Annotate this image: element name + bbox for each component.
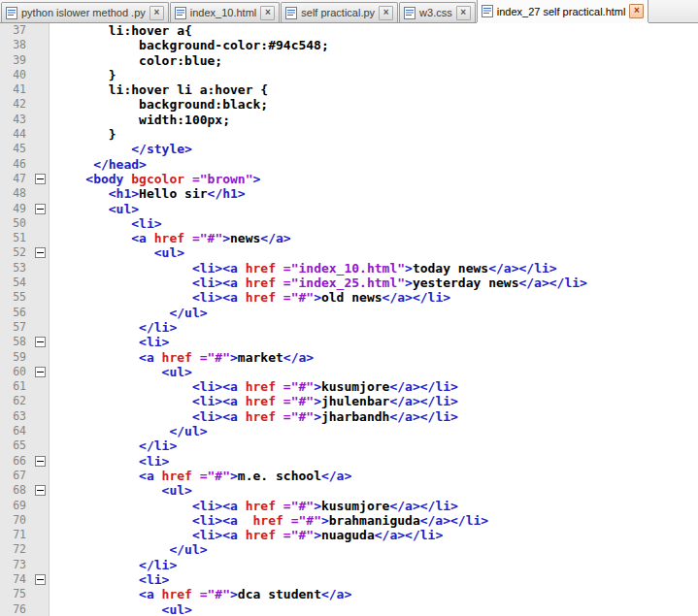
- code-line: 38 background-color:#94c548;: [0, 38, 698, 52]
- tab-close-icon[interactable]: ×: [629, 4, 644, 18]
- line-number: 48: [0, 186, 32, 201]
- code-text[interactable]: <ul>: [50, 365, 698, 379]
- code-text[interactable]: <li><a href ="#">nuaguda</a></li>: [50, 528, 698, 542]
- fold-collapse-icon[interactable]: [35, 174, 46, 184]
- code-text[interactable]: <li><a href ="#">jharbandh</a></li>: [50, 409, 698, 424]
- code-text[interactable]: }: [50, 127, 698, 142]
- fold-collapse-icon[interactable]: [35, 337, 46, 347]
- tab-1[interactable]: python islower method .py×: [1, 2, 169, 22]
- code-text[interactable]: </li>: [50, 438, 698, 453]
- line-number: 56: [0, 306, 32, 320]
- fold-margin: [32, 68, 50, 82]
- code-text[interactable]: color:blue;: [50, 53, 698, 68]
- tab-close-icon[interactable]: ×: [150, 6, 164, 20]
- code-text[interactable]: <li><a href ="index_25.html">yesterday n…: [50, 276, 698, 290]
- token-tag: <a: [139, 469, 161, 483]
- code-text[interactable]: <li><a href ="index_10.html">today news<…: [50, 261, 698, 276]
- fold-margin: [32, 365, 50, 379]
- tab-close-icon[interactable]: ×: [456, 6, 471, 20]
- token-text: m.e. school: [238, 469, 321, 483]
- token-tag: <a: [139, 350, 161, 365]
- code-text[interactable]: <ul>: [50, 483, 698, 498]
- code-text[interactable]: <h1>Hello sir</h1>: [50, 186, 698, 201]
- code-text[interactable]: background-color:#94c548;: [50, 38, 698, 52]
- code-text[interactable]: </ul>: [50, 424, 698, 438]
- token-tag: </li>: [139, 558, 177, 572]
- tab-3[interactable]: self practical.py×: [281, 2, 398, 22]
- token-tag: >: [230, 350, 238, 365]
- code-text[interactable]: <li><a href ="#">jhulenbar</a></li>: [50, 394, 698, 408]
- code-text[interactable]: <li><a href ="#">old news</a></li>: [50, 290, 698, 305]
- code-text[interactable]: </li>: [50, 558, 698, 572]
- fold-collapse-icon[interactable]: [35, 204, 46, 214]
- token-tag: </a>: [321, 469, 351, 483]
- token-attribute: href: [246, 276, 283, 290]
- token-css: background-color:#94c548;: [139, 38, 329, 52]
- code-text[interactable]: <li>: [50, 216, 698, 231]
- code-text[interactable]: <li><a href ="#">kusumjore</a></li>: [50, 379, 698, 394]
- code-text[interactable]: <a href ="#">market</a>: [50, 350, 698, 365]
- token-tag: <ul>: [162, 483, 192, 498]
- code-text[interactable]: background:black;: [50, 97, 698, 112]
- code-text[interactable]: <body bgcolor ="brown">: [50, 172, 698, 186]
- code-line: 39 color:blue;: [0, 53, 698, 68]
- tab-label: w3.css: [419, 7, 452, 18]
- code-text[interactable]: </li>: [50, 320, 698, 335]
- token-tag: >: [314, 379, 321, 394]
- tab-label: index_10.html: [190, 7, 257, 18]
- line-number: 67: [0, 469, 32, 483]
- code-line: 61 <li><a href ="#">kusumjore</a></li>: [0, 379, 698, 394]
- token-text: brahmaniguda: [329, 513, 420, 528]
- code-text[interactable]: width:100px;: [50, 113, 698, 127]
- fold-margin: [32, 290, 50, 305]
- token-text: old news: [321, 290, 382, 305]
- code-text[interactable]: <li>: [50, 454, 698, 469]
- fold-collapse-icon[interactable]: [35, 485, 46, 496]
- tab-close-icon[interactable]: ×: [260, 6, 275, 20]
- code-text[interactable]: <ul>: [50, 245, 698, 260]
- fold-margin: [32, 335, 50, 349]
- line-number: 40: [0, 68, 32, 82]
- fold-collapse-icon[interactable]: [35, 367, 46, 377]
- tab-bar: python islower method .py×index_10.html×…: [0, 0, 698, 23]
- code-text[interactable]: <li>: [50, 335, 698, 349]
- fold-collapse-icon[interactable]: [35, 574, 46, 585]
- code-text[interactable]: <a href ="#">m.e. school</a>: [50, 469, 698, 483]
- code-text[interactable]: <ul>: [50, 602, 698, 616]
- code-text[interactable]: </head>: [50, 157, 698, 172]
- code-text[interactable]: </style>: [50, 142, 698, 156]
- fold-margin: [32, 97, 50, 112]
- fold-collapse-icon[interactable]: [35, 247, 46, 258]
- token-tag: <li>: [139, 454, 169, 469]
- token-tag: </a></li>: [518, 276, 586, 290]
- editor-code-area: 37 li:hover a{38 background-color:#94c54…: [0, 23, 698, 616]
- code-text[interactable]: li:hover li a:hover {: [50, 82, 698, 97]
- tab-5-active[interactable]: index_27 self practical.html×: [477, 0, 649, 22]
- code-text[interactable]: </ul>: [50, 306, 698, 320]
- code-line: 60 <ul>: [0, 365, 698, 379]
- tab-2[interactable]: index_10.html×: [170, 2, 281, 22]
- code-text[interactable]: li:hover a{: [50, 23, 698, 38]
- fold-margin: [32, 469, 50, 483]
- fold-margin: [32, 113, 50, 127]
- code-text[interactable]: <ul>: [50, 202, 698, 216]
- code-text[interactable]: }: [50, 68, 698, 82]
- token-text: news: [230, 231, 260, 245]
- line-number: 60: [0, 365, 32, 379]
- line-number: 55: [0, 290, 32, 305]
- code-text[interactable]: <li><a href ="#">kusumjore</a></li>: [50, 499, 698, 513]
- code-line: 73 </li>: [0, 558, 698, 572]
- tab-4[interactable]: w3.css×: [399, 2, 476, 22]
- code-text[interactable]: <li><a href ="#">brahmaniguda</a></li>: [50, 513, 698, 528]
- token-value: ="#": [283, 409, 314, 424]
- token-value: ="#": [200, 350, 230, 365]
- code-text[interactable]: <li>: [50, 572, 698, 587]
- code-text[interactable]: </ul>: [50, 542, 698, 557]
- code-line: 75 <a href ="#">dca student</a>: [0, 587, 698, 601]
- code-text[interactable]: <a href ="#">dca student</a>: [50, 587, 698, 601]
- code-text[interactable]: <a href ="#">news</a>: [50, 231, 698, 245]
- token-value: ="#": [283, 394, 314, 408]
- fold-collapse-icon[interactable]: [35, 456, 46, 467]
- token-attribute: href: [253, 513, 291, 528]
- tab-close-icon[interactable]: ×: [379, 6, 393, 20]
